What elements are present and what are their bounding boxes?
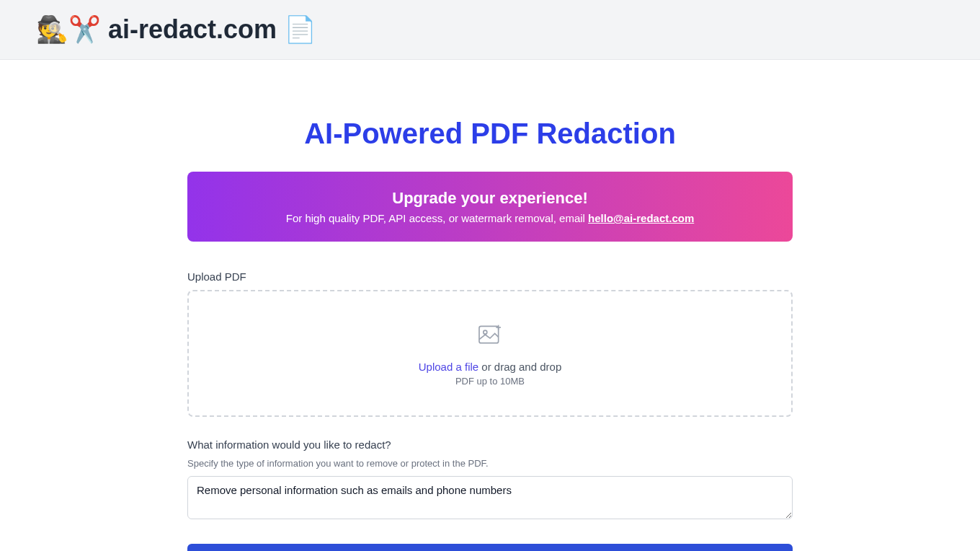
banner-title: Upgrade your experience! [205, 189, 775, 208]
redact-pdf-button[interactable]: Redact PDF [187, 544, 793, 551]
upload-hint: PDF up to 10MB [203, 376, 777, 387]
banner-text-prefix: For high quality PDF, API access, or wat… [286, 212, 588, 224]
header: 🕵️✂️ ai-redact.com 📄 [0, 0, 980, 60]
main-container: AI-Powered PDF Redaction Upgrade your ex… [173, 60, 807, 551]
upgrade-banner: Upgrade your experience! For high qualit… [187, 172, 793, 242]
banner-email-link[interactable]: hello@ai-redact.com [588, 212, 694, 224]
site-title: 🕵️✂️ ai-redact.com 📄 [36, 14, 944, 45]
upload-image-icon [476, 320, 504, 352]
upload-label: Upload PDF [187, 270, 793, 283]
banner-text: For high quality PDF, API access, or wat… [205, 212, 775, 224]
prompt-label: What information would you like to redac… [187, 438, 793, 451]
upload-dropzone[interactable]: Upload a file or drag and drop PDF up to… [187, 290, 793, 417]
upload-text-row: Upload a file or drag and drop [203, 361, 777, 373]
page-title: AI-Powered PDF Redaction [187, 118, 793, 150]
upload-file-link[interactable]: Upload a file [419, 361, 478, 373]
svg-point-1 [484, 330, 487, 334]
upload-drag-text: or drag and drop [478, 361, 561, 373]
upload-section: Upload PDF Upload a file or drag and dro… [187, 270, 793, 417]
prompt-sub-label: Specify the type of information you want… [187, 458, 793, 469]
prompt-section: What information would you like to redac… [187, 438, 793, 538]
redaction-prompt-input[interactable] [187, 476, 793, 519]
